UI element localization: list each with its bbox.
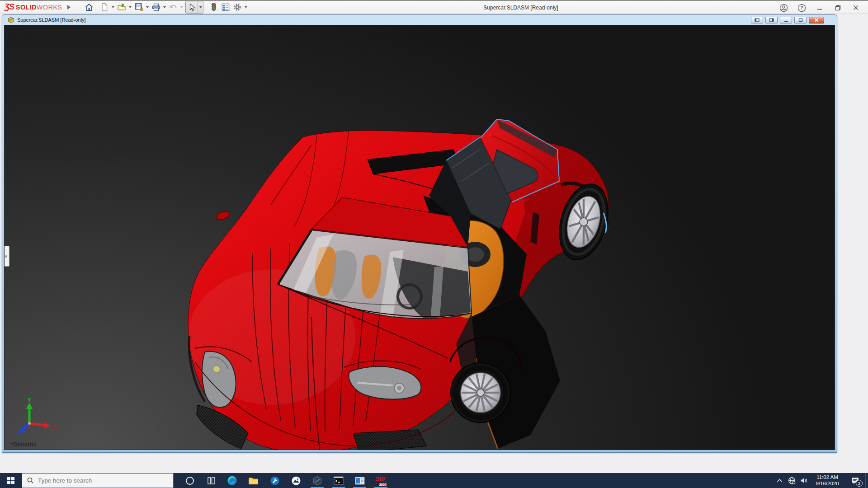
select-tool-button[interactable] bbox=[186, 1, 198, 13]
pane-left-icon bbox=[755, 18, 760, 22]
taskbar-hex-utility[interactable] bbox=[307, 473, 328, 488]
hex-utility-icon bbox=[312, 476, 322, 486]
doc-close-button[interactable] bbox=[809, 17, 824, 23]
window-controls: ? bbox=[776, 1, 863, 14]
taskbar-cortana[interactable] bbox=[179, 473, 200, 488]
solidworks-2020-icon: SW 2020 bbox=[375, 475, 387, 486]
taskbar: SW 2020 11:02 AM 9/16/2020 2 bbox=[0, 473, 868, 488]
undo-dropdown[interactable] bbox=[179, 1, 184, 13]
select-tool-dropdown[interactable] bbox=[198, 1, 203, 13]
new-document-button[interactable] bbox=[99, 1, 110, 13]
settings-button[interactable] bbox=[231, 1, 243, 13]
open-dropdown[interactable] bbox=[127, 1, 133, 13]
windows-logo-icon bbox=[7, 477, 14, 484]
doc-restore-icon bbox=[798, 18, 803, 22]
admin-tools-icon bbox=[270, 476, 280, 486]
help-button[interactable]: ? bbox=[794, 2, 809, 14]
account-button[interactable] bbox=[776, 2, 791, 14]
evaluate-options-button[interactable] bbox=[220, 1, 231, 13]
restore-button[interactable] bbox=[830, 2, 845, 14]
rebuild-button[interactable] bbox=[208, 1, 220, 13]
save-dropdown[interactable] bbox=[145, 1, 150, 13]
doc-restore-button[interactable] bbox=[794, 17, 807, 23]
close-button[interactable] bbox=[848, 2, 863, 14]
volume-icon bbox=[800, 477, 808, 484]
save-icon bbox=[134, 2, 144, 12]
taskbar-task-view[interactable] bbox=[200, 473, 222, 488]
graphics-viewport[interactable]: Y X *Dimetric bbox=[4, 25, 835, 450]
home-button[interactable] bbox=[83, 1, 95, 13]
evaluate-options-icon bbox=[221, 3, 230, 12]
document-titlebar[interactable]: Supercar.SLDASM [Read-only] bbox=[4, 15, 835, 25]
app-titlebar[interactable]: ƷSSOLIDWORKS bbox=[0, 0, 868, 14]
chevron-up-icon bbox=[777, 479, 783, 483]
featuremanager-splitter-handle[interactable] bbox=[4, 246, 9, 267]
settings-gear-icon bbox=[233, 3, 242, 12]
network-button[interactable] bbox=[786, 473, 798, 488]
taskbar-photos[interactable] bbox=[285, 473, 307, 488]
svg-text:?: ? bbox=[800, 5, 803, 10]
3d-model-supercar[interactable] bbox=[5, 25, 835, 450]
home-icon bbox=[85, 3, 94, 12]
document-window-buttons bbox=[749, 17, 824, 23]
task-view-icon bbox=[207, 476, 216, 485]
edge-icon bbox=[227, 475, 237, 486]
new-document-icon bbox=[100, 3, 109, 12]
menu-flyout-arrow-icon[interactable] bbox=[67, 5, 71, 9]
solidworks-logo: ƷSSOLIDWORKS bbox=[5, 2, 62, 12]
taskbar-command-prompt[interactable] bbox=[328, 473, 349, 488]
taskbar-edge[interactable] bbox=[222, 473, 243, 488]
start-button[interactable] bbox=[0, 473, 22, 488]
assembly-icon bbox=[8, 17, 14, 23]
action-center-button[interactable]: 2 bbox=[844, 473, 865, 488]
taskbar-admin-tools[interactable] bbox=[264, 473, 285, 488]
print-icon bbox=[151, 3, 161, 12]
close-icon bbox=[853, 5, 859, 10]
help-icon: ? bbox=[797, 4, 806, 12]
open-icon bbox=[117, 3, 127, 12]
show-desktop-button[interactable] bbox=[865, 473, 868, 488]
triad-y-label: Y bbox=[28, 397, 31, 403]
doc-close-icon bbox=[814, 18, 819, 22]
save-button[interactable] bbox=[133, 1, 145, 13]
cortana-icon bbox=[185, 476, 194, 485]
pane-right-icon bbox=[769, 18, 774, 22]
document-title: Supercar.SLDASM [Read-only] bbox=[17, 17, 749, 23]
taskbar-apps: SW 2020 bbox=[179, 473, 392, 488]
system-tray: 11:02 AM 9/16/2020 2 bbox=[774, 473, 868, 488]
undo-button[interactable] bbox=[167, 1, 179, 13]
document-window: Supercar.SLDASM [Read-only] bbox=[2, 14, 837, 453]
search-input[interactable] bbox=[38, 477, 156, 484]
doc-minimize-icon bbox=[784, 18, 788, 22]
undo-icon bbox=[169, 3, 178, 12]
hidden-icons-button[interactable] bbox=[774, 473, 786, 488]
minimize-icon bbox=[817, 5, 822, 10]
taskbar-search[interactable] bbox=[22, 473, 174, 488]
notification-badge: 2 bbox=[856, 480, 863, 487]
print-dropdown[interactable] bbox=[162, 1, 167, 13]
settings-dropdown[interactable] bbox=[243, 1, 249, 13]
taskbar-solidworks[interactable]: SW 2020 bbox=[370, 473, 392, 488]
quick-access-toolbar bbox=[83, 1, 249, 14]
doc-minimize-button[interactable] bbox=[780, 17, 792, 23]
orientation-triad[interactable]: Y X bbox=[11, 397, 63, 439]
file-explorer-icon bbox=[248, 476, 259, 485]
clock-time: 11:02 AM bbox=[811, 474, 844, 481]
clock-date: 9/16/2020 bbox=[811, 481, 844, 487]
view-orientation-label: *Dimetric bbox=[11, 441, 37, 448]
select-cursor-icon bbox=[188, 3, 196, 12]
app-title: Supercar.SLDASM [Read-only] bbox=[483, 1, 558, 14]
taskbar-file-explorer[interactable] bbox=[243, 473, 264, 488]
volume-button[interactable] bbox=[798, 473, 810, 488]
pane-right-button[interactable] bbox=[765, 17, 778, 23]
taskbar-system-window[interactable] bbox=[349, 473, 370, 488]
taskbar-clock[interactable]: 11:02 AM 9/16/2020 bbox=[810, 474, 844, 487]
brand-mark: ƷS bbox=[5, 2, 14, 12]
command-prompt-icon bbox=[334, 476, 344, 485]
print-button[interactable] bbox=[150, 1, 162, 13]
new-document-dropdown[interactable] bbox=[110, 1, 116, 13]
open-button[interactable] bbox=[116, 1, 127, 13]
system-window-icon bbox=[355, 477, 365, 485]
minimize-button[interactable] bbox=[812, 2, 827, 14]
pane-left-button[interactable] bbox=[751, 17, 763, 23]
